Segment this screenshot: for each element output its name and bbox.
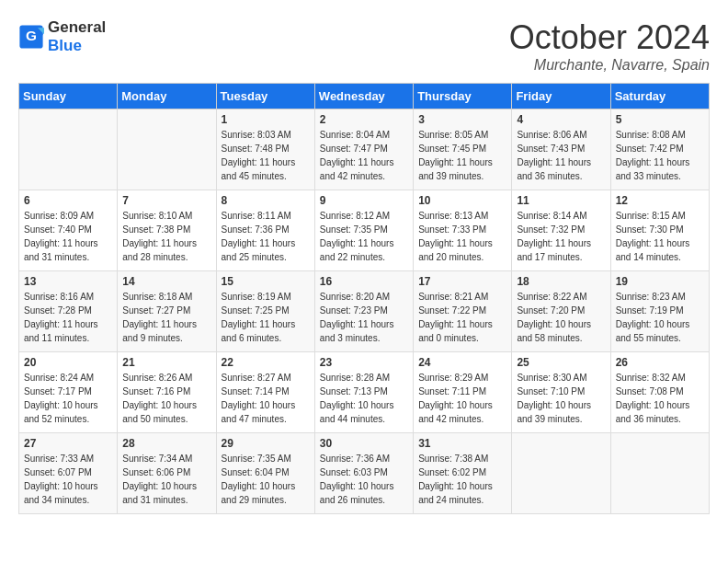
day-number: 6 [24, 194, 112, 207]
day-info: Sunrise: 8:22 AMSunset: 7:20 PMDaylight:… [517, 292, 591, 343]
day-info: Sunrise: 8:29 AMSunset: 7:11 PMDaylight:… [418, 373, 493, 424]
day-info: Sunrise: 7:38 AMSunset: 6:02 PMDaylight:… [418, 454, 493, 505]
day-info: Sunrise: 8:21 AMSunset: 7:22 PMDaylight:… [418, 292, 493, 343]
svg-text:G: G [26, 28, 37, 43]
calendar-cell: 10 Sunrise: 8:13 AMSunset: 7:33 PMDaylig… [414, 190, 512, 271]
page-header: G General Blue October 2024 Murchante, N… [18, 18, 710, 74]
day-info: Sunrise: 8:28 AMSunset: 7:13 PMDaylight:… [320, 373, 394, 424]
weekday-header-tuesday: Tuesday [216, 84, 314, 109]
day-number: 5 [616, 113, 704, 126]
calendar-cell: 24 Sunrise: 8:29 AMSunset: 7:11 PMDaylig… [414, 352, 512, 433]
day-number: 14 [122, 275, 210, 288]
calendar-cell: 7 Sunrise: 8:10 AMSunset: 7:38 PMDayligh… [118, 190, 216, 271]
day-number: 27 [24, 437, 112, 450]
day-number: 15 [222, 275, 310, 288]
day-number: 1 [222, 113, 310, 126]
day-info: Sunrise: 8:14 AMSunset: 7:32 PMDaylight:… [517, 211, 591, 262]
calendar-cell: 13 Sunrise: 8:16 AMSunset: 7:28 PMDaylig… [19, 271, 118, 352]
calendar-cell: 25 Sunrise: 8:30 AMSunset: 7:10 PMDaylig… [512, 352, 610, 433]
calendar-cell: 2 Sunrise: 8:04 AMSunset: 7:47 PMDayligh… [314, 109, 413, 190]
day-number: 16 [320, 275, 408, 288]
calendar-cell: 4 Sunrise: 8:06 AMSunset: 7:43 PMDayligh… [512, 109, 610, 190]
calendar-cell: 31 Sunrise: 7:38 AMSunset: 6:02 PMDaylig… [414, 433, 512, 514]
day-info: Sunrise: 7:34 AMSunset: 6:06 PMDaylight:… [122, 454, 197, 505]
day-number: 3 [418, 113, 506, 126]
day-number: 11 [517, 194, 605, 207]
weekday-header-thursday: Thursday [414, 84, 512, 109]
weekday-header-friday: Friday [512, 84, 610, 109]
calendar-cell: 6 Sunrise: 8:09 AMSunset: 7:40 PMDayligh… [19, 190, 118, 271]
day-info: Sunrise: 8:13 AMSunset: 7:33 PMDaylight:… [418, 211, 493, 262]
day-info: Sunrise: 8:10 AMSunset: 7:38 PMDaylight:… [122, 211, 197, 262]
calendar-cell: 16 Sunrise: 8:20 AMSunset: 7:23 PMDaylig… [314, 271, 413, 352]
day-info: Sunrise: 8:32 AMSunset: 7:08 PMDaylight:… [616, 373, 690, 424]
day-info: Sunrise: 8:16 AMSunset: 7:28 PMDaylight:… [24, 292, 98, 343]
day-number: 20 [24, 356, 112, 369]
day-number: 10 [418, 194, 506, 207]
day-info: Sunrise: 7:33 AMSunset: 6:07 PMDaylight:… [24, 454, 98, 505]
day-number: 24 [418, 356, 506, 369]
day-number: 12 [616, 194, 704, 207]
day-info: Sunrise: 7:35 AMSunset: 6:04 PMDaylight:… [222, 454, 296, 505]
calendar-cell: 27 Sunrise: 7:33 AMSunset: 6:07 PMDaylig… [19, 433, 118, 514]
weekday-header-wednesday: Wednesday [314, 84, 413, 109]
day-info: Sunrise: 8:20 AMSunset: 7:23 PMDaylight:… [320, 292, 394, 343]
day-number: 29 [222, 437, 310, 450]
calendar-cell: 3 Sunrise: 8:05 AMSunset: 7:45 PMDayligh… [414, 109, 512, 190]
day-number: 22 [222, 356, 310, 369]
calendar-cell: 29 Sunrise: 7:35 AMSunset: 6:04 PMDaylig… [216, 433, 314, 514]
calendar-cell: 23 Sunrise: 8:28 AMSunset: 7:13 PMDaylig… [314, 352, 413, 433]
title-block: October 2024 Murchante, Navarre, Spain [509, 18, 710, 74]
calendar-cell: 9 Sunrise: 8:12 AMSunset: 7:35 PMDayligh… [314, 190, 413, 271]
weekday-header-saturday: Saturday [610, 84, 709, 109]
calendar-cell: 12 Sunrise: 8:15 AMSunset: 7:30 PMDaylig… [610, 190, 709, 271]
day-number: 28 [122, 437, 210, 450]
day-info: Sunrise: 8:11 AMSunset: 7:36 PMDaylight:… [222, 211, 296, 262]
calendar-cell: 1 Sunrise: 8:03 AMSunset: 7:48 PMDayligh… [216, 109, 314, 190]
logo-general: General [48, 18, 106, 36]
day-number: 18 [517, 275, 605, 288]
day-number: 31 [418, 437, 506, 450]
day-info: Sunrise: 8:15 AMSunset: 7:30 PMDaylight:… [616, 211, 690, 262]
calendar-cell: 20 Sunrise: 8:24 AMSunset: 7:17 PMDaylig… [19, 352, 118, 433]
calendar-cell: 28 Sunrise: 7:34 AMSunset: 6:06 PMDaylig… [118, 433, 216, 514]
day-info: Sunrise: 7:36 AMSunset: 6:03 PMDaylight:… [320, 454, 394, 505]
calendar-cell: 30 Sunrise: 7:36 AMSunset: 6:03 PMDaylig… [314, 433, 413, 514]
calendar-week-row: 20 Sunrise: 8:24 AMSunset: 7:17 PMDaylig… [19, 352, 710, 433]
weekday-header-monday: Monday [118, 84, 216, 109]
calendar-cell [118, 109, 216, 190]
calendar-cell: 8 Sunrise: 8:11 AMSunset: 7:36 PMDayligh… [216, 190, 314, 271]
day-number: 30 [320, 437, 408, 450]
logo-blue: Blue [48, 37, 82, 54]
day-info: Sunrise: 8:06 AMSunset: 7:43 PMDaylight:… [517, 130, 591, 181]
day-info: Sunrise: 8:09 AMSunset: 7:40 PMDaylight:… [24, 211, 98, 262]
calendar-cell: 17 Sunrise: 8:21 AMSunset: 7:22 PMDaylig… [414, 271, 512, 352]
day-number: 9 [320, 194, 408, 207]
day-info: Sunrise: 8:18 AMSunset: 7:27 PMDaylight:… [122, 292, 197, 343]
day-info: Sunrise: 8:05 AMSunset: 7:45 PMDaylight:… [418, 130, 493, 181]
day-number: 2 [320, 113, 408, 126]
day-info: Sunrise: 8:30 AMSunset: 7:10 PMDaylight:… [517, 373, 591, 424]
day-number: 4 [517, 113, 605, 126]
calendar-week-row: 1 Sunrise: 8:03 AMSunset: 7:48 PMDayligh… [19, 109, 710, 190]
calendar-cell: 11 Sunrise: 8:14 AMSunset: 7:32 PMDaylig… [512, 190, 610, 271]
calendar-cell: 21 Sunrise: 8:26 AMSunset: 7:16 PMDaylig… [118, 352, 216, 433]
logo-icon: G [18, 24, 44, 50]
day-number: 21 [122, 356, 210, 369]
day-number: 19 [616, 275, 704, 288]
day-number: 25 [517, 356, 605, 369]
logo: G General Blue [18, 18, 106, 55]
calendar-cell: 5 Sunrise: 8:08 AMSunset: 7:42 PMDayligh… [610, 109, 709, 190]
calendar-cell: 26 Sunrise: 8:32 AMSunset: 7:08 PMDaylig… [610, 352, 709, 433]
day-info: Sunrise: 8:08 AMSunset: 7:42 PMDaylight:… [616, 130, 690, 181]
day-info: Sunrise: 8:26 AMSunset: 7:16 PMDaylight:… [122, 373, 197, 424]
day-number: 26 [616, 356, 704, 369]
calendar-week-row: 6 Sunrise: 8:09 AMSunset: 7:40 PMDayligh… [19, 190, 710, 271]
month-title: October 2024 [509, 18, 710, 57]
day-number: 23 [320, 356, 408, 369]
day-number: 13 [24, 275, 112, 288]
day-number: 7 [122, 194, 210, 207]
logo-text-block: General Blue [48, 18, 106, 55]
calendar-cell: 19 Sunrise: 8:23 AMSunset: 7:19 PMDaylig… [610, 271, 709, 352]
day-info: Sunrise: 8:12 AMSunset: 7:35 PMDaylight:… [320, 211, 394, 262]
